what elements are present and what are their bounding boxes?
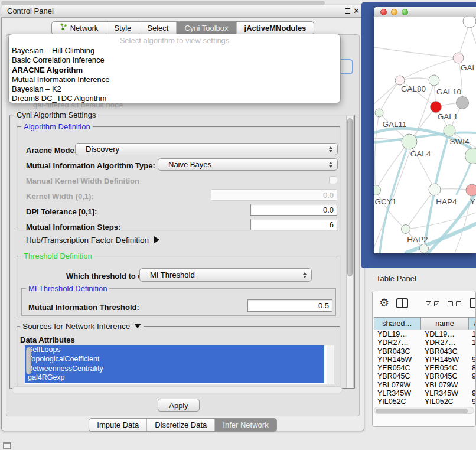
algorithm-option[interactable]: Mutual Information Inference xyxy=(9,75,340,84)
network-node[interactable] xyxy=(420,244,429,253)
mi-algorithm-type-select[interactable]: Naive Bayes xyxy=(158,158,338,171)
table-horizontal-scrollbar-thumb[interactable] xyxy=(376,409,468,413)
network-edge[interactable] xyxy=(376,142,409,190)
network-edge[interactable] xyxy=(374,83,434,248)
mi-steps-field[interactable]: 6 xyxy=(250,219,337,230)
attribute-list-item[interactable]: TopologicalCoefficient xyxy=(25,355,324,364)
cyni-bottom-tabs: Impute Data Discretize Data Infer Networ… xyxy=(1,418,364,432)
network-node[interactable] xyxy=(444,125,455,136)
table-row[interactable]: YIL052CYIL052C9 xyxy=(374,397,476,406)
attribute-list-scrollbar[interactable] xyxy=(327,345,334,384)
table-row[interactable]: YER054CYER054C8. xyxy=(374,364,476,372)
algorithm-dropdown-placeholder: Select algorithm to view settings xyxy=(9,35,340,46)
network-edge[interactable] xyxy=(374,80,400,104)
deselect-all-checkboxes-icon[interactable] xyxy=(448,301,461,306)
attribute-list-scrollbar-thumb[interactable] xyxy=(26,347,31,374)
cyni-settings-group-title: Cyni Algorithm Settings xyxy=(14,110,98,119)
tab-network[interactable]: Network xyxy=(52,22,106,34)
tab-cyni-toolbox[interactable]: Cyni Toolbox xyxy=(176,22,236,34)
algorithm-option[interactable]: Dream8 DC_TDC Algorithm xyxy=(9,94,340,103)
table-column-header[interactable]: name xyxy=(421,318,469,330)
mi-threshold-field[interactable]: 0.5 xyxy=(247,299,332,312)
restore-panel-icon[interactable] xyxy=(3,442,11,449)
data-attributes-list[interactable]: SelfLoopsTopologicalCoefficientBetweenne… xyxy=(25,345,334,384)
network-node[interactable] xyxy=(457,97,469,109)
network-node[interactable] xyxy=(374,185,381,195)
table-row[interactable]: YBL079WYBL079W xyxy=(374,381,476,389)
tab-infer-network[interactable]: Infer Network xyxy=(214,419,276,431)
algorithm-option[interactable]: ARACNE Algorithm xyxy=(9,66,340,75)
network-node[interactable] xyxy=(431,102,442,113)
sources-group-expander[interactable]: Sources for Network Inference xyxy=(20,322,144,331)
network-node[interactable] xyxy=(375,109,383,117)
table-row[interactable]: YBR043CYBR043C xyxy=(374,347,476,356)
settings-vertical-scrollbar-thumb[interactable] xyxy=(347,118,353,276)
column-settings-icon[interactable] xyxy=(396,298,408,308)
tab-discretize-data[interactable]: Discretize Data xyxy=(146,419,214,431)
which-threshold-select[interactable]: MI Threshold xyxy=(139,268,312,282)
table-cell: YLR345W xyxy=(425,389,458,397)
attribute-list-item[interactable]: gal4RGexp xyxy=(25,373,324,383)
settings-horizontal-scrollbar-thumb[interactable] xyxy=(1,1,325,5)
kernel-width-field[interactable]: 0.0 xyxy=(211,189,337,201)
tab-jactivemnodules[interactable]: jActiveMNodules xyxy=(236,22,314,34)
tab-impute-data[interactable]: Impute Data xyxy=(89,419,146,431)
network-node[interactable] xyxy=(463,17,476,28)
table-cell: 13 xyxy=(472,330,476,338)
network-edge[interactable] xyxy=(374,47,458,58)
network-node[interactable] xyxy=(395,76,405,85)
network-canvas[interactable]: GALGAL80GAL10GAL1GAL11SWI4GAL4GCY1HAP4YH… xyxy=(374,17,476,253)
zoom-window-icon[interactable] xyxy=(402,9,408,15)
tab-label: Infer Network xyxy=(223,419,268,431)
network-edge[interactable] xyxy=(400,58,458,80)
minimize-window-icon[interactable] xyxy=(391,9,397,15)
table-row[interactable]: YPR145WYPR145W9. xyxy=(374,356,476,364)
select-all-checkboxes-icon[interactable]: ✓✓ xyxy=(426,301,439,306)
dpi-tolerance-field[interactable]: 0.0 xyxy=(250,204,337,216)
network-node[interactable] xyxy=(402,134,417,149)
network-node[interactable] xyxy=(429,184,441,195)
stepper-arrows-icon xyxy=(303,272,307,278)
table-column-header[interactable]: shared… xyxy=(374,318,421,330)
hub-definition-expander[interactable]: Hub/Transcription Factor Definition xyxy=(26,236,159,244)
attribute-list-item[interactable]: BetweennessCentrality xyxy=(25,364,324,374)
table-body[interactable]: YDL19…YDL19…13YDR27…YDR27…12YBR043CYBR04… xyxy=(374,330,476,406)
algorithm-option[interactable]: Bayesian – Hill Climbing xyxy=(9,46,340,56)
attribute-list-item[interactable]: SelfLoops xyxy=(25,345,324,355)
tab-style[interactable]: Style xyxy=(106,22,139,34)
float-window-button[interactable] xyxy=(345,8,350,14)
network-edge-highlighted[interactable] xyxy=(435,131,449,190)
network-node-label: GCY1 xyxy=(375,197,397,206)
table-row[interactable]: YDL19…YDL19…13 xyxy=(374,330,476,338)
network-node[interactable] xyxy=(453,53,464,63)
settings-horizontal-scrollbar[interactable] xyxy=(12,386,343,393)
table-cell: YPR145W xyxy=(377,356,412,364)
table-cell: YDR27… xyxy=(377,338,409,347)
table-horizontal-scrollbar[interactable] xyxy=(374,407,474,414)
close-panel-button[interactable]: ✕ xyxy=(353,6,360,16)
tab-select[interactable]: Select xyxy=(139,22,176,34)
table-header-row[interactable]: shared…nameA xyxy=(374,317,476,330)
network-node[interactable] xyxy=(429,75,439,86)
table-row[interactable]: YLR345WYLR345W9. xyxy=(374,389,476,397)
gear-icon[interactable]: ⚙ xyxy=(379,296,389,309)
network-node[interactable] xyxy=(402,225,410,234)
aracne-mode-select[interactable]: Discovery xyxy=(75,143,338,155)
network-node-label: GAL11 xyxy=(382,120,406,129)
algorithm-option[interactable]: Basic Correlation Inference xyxy=(9,56,340,65)
apply-button[interactable]: Apply xyxy=(158,399,200,412)
table-row[interactable]: YBR045CYBR045C9. xyxy=(374,372,476,380)
close-window-icon[interactable] xyxy=(380,9,387,15)
network-node[interactable] xyxy=(466,184,476,196)
network-node-label: GAL10 xyxy=(436,87,461,96)
algorithm-option[interactable]: Bayesian – K2 xyxy=(9,84,340,94)
network-edge[interactable] xyxy=(374,113,379,190)
tab-label: Cyni Toolbox xyxy=(184,22,228,34)
new-table-icon[interactable] xyxy=(470,298,476,308)
network-window-titlebar[interactable] xyxy=(374,7,476,17)
table-row[interactable]: YDR27…YDR27…12 xyxy=(374,338,476,347)
network-node[interactable] xyxy=(465,148,476,164)
table-column-header[interactable]: A xyxy=(469,318,476,330)
manual-kernel-width-checkbox[interactable] xyxy=(329,176,337,184)
dpi-tolerance-label: DPI Tolerance [0,1]: xyxy=(26,207,97,216)
